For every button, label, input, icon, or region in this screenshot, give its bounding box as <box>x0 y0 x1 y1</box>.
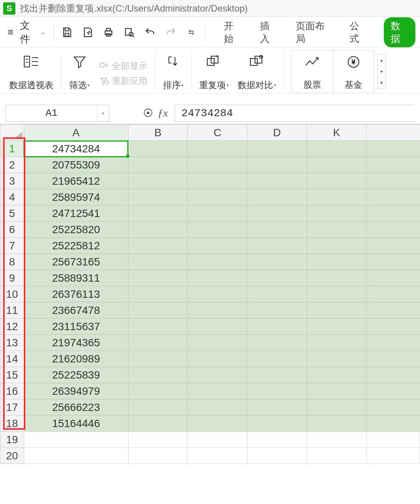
cell-K[interactable] <box>307 302 367 319</box>
cell-D[interactable] <box>247 399 307 416</box>
ribbon-stock[interactable]: 股票 <box>292 50 333 92</box>
cell-B[interactable] <box>128 222 188 238</box>
row-header[interactable]: 15 <box>0 367 24 383</box>
cell-B[interactable] <box>128 270 188 286</box>
row-header[interactable]: 19 <box>0 432 24 448</box>
row-header[interactable]: 17 <box>0 399 24 416</box>
cell-K[interactable] <box>307 205 367 222</box>
cell-K[interactable] <box>307 270 367 286</box>
cell-C[interactable] <box>188 238 247 254</box>
cell-B[interactable] <box>128 302 188 319</box>
cell-K[interactable] <box>307 286 367 302</box>
cell-A[interactable]: 25889311 <box>24 270 128 286</box>
cell-K[interactable] <box>307 141 367 157</box>
cell-C[interactable] <box>188 270 247 286</box>
cell-B[interactable] <box>128 173 188 189</box>
ribbon-fund[interactable]: ¥ 基金 <box>333 50 374 92</box>
row-header[interactable]: 18 <box>0 416 24 432</box>
cell-K[interactable] <box>307 383 367 399</box>
formula-input[interactable]: 24734284 <box>175 105 415 122</box>
row-header[interactable]: 4 <box>0 189 24 205</box>
cell-K[interactable] <box>307 432 367 448</box>
cell-D[interactable] <box>247 205 307 222</box>
cell-K[interactable] <box>307 367 367 383</box>
cell-D[interactable] <box>247 383 307 399</box>
ribbon-pivot[interactable]: 数据透视表 <box>5 50 57 93</box>
cell-C[interactable] <box>188 448 247 464</box>
cell-K[interactable] <box>307 238 367 254</box>
cell-D[interactable] <box>247 432 307 448</box>
cell-C[interactable] <box>188 141 247 157</box>
cell-C[interactable] <box>188 432 247 448</box>
cell-A[interactable]: 21620989 <box>24 351 128 367</box>
save-as-icon[interactable] <box>81 26 94 39</box>
cell-A[interactable]: 26394979 <box>24 383 128 399</box>
row-header[interactable]: 5 <box>0 205 24 222</box>
cell-B[interactable] <box>128 448 188 464</box>
ribbon-sort[interactable]: 排序▾ <box>159 50 187 93</box>
cell-B[interactable] <box>128 141 188 157</box>
cell-B[interactable] <box>128 367 188 383</box>
cell-A[interactable]: 25225839 <box>24 367 128 383</box>
cell-A[interactable]: 25225820 <box>24 222 128 238</box>
cell-D[interactable] <box>247 222 307 238</box>
cell-B[interactable] <box>128 205 188 222</box>
cell-C[interactable] <box>188 416 247 432</box>
cell-D[interactable] <box>247 302 307 319</box>
print-preview-icon[interactable] <box>123 26 136 39</box>
row-header[interactable]: 11 <box>0 302 24 319</box>
select-all-corner[interactable] <box>0 125 24 141</box>
column-header-K[interactable]: K <box>307 125 367 141</box>
ribbon-duplicates[interactable]: 重复项▾ <box>195 50 232 93</box>
cell-D[interactable] <box>247 254 307 270</box>
tab-formula[interactable]: 公式 <box>348 17 369 47</box>
cell-K[interactable] <box>307 157 367 173</box>
cell-A[interactable] <box>24 432 128 448</box>
cell-A[interactable]: 20755309 <box>24 157 128 173</box>
row-header[interactable]: 12 <box>0 319 24 335</box>
cell-C[interactable] <box>188 205 247 222</box>
cell-A[interactable]: 23115637 <box>24 319 128 335</box>
cell-B[interactable] <box>128 335 188 351</box>
cell-B[interactable] <box>128 351 188 367</box>
row-header[interactable]: 8 <box>0 254 24 270</box>
fx-icon[interactable]: ƒx <box>158 107 168 119</box>
chevron-down-icon[interactable]: ▾ <box>97 105 109 121</box>
cell-C[interactable] <box>188 173 247 189</box>
cell-B[interactable] <box>128 416 188 432</box>
cell-D[interactable] <box>247 238 307 254</box>
ribbon-filter[interactable]: 筛选▾ <box>65 50 93 93</box>
cell-C[interactable] <box>188 222 247 238</box>
cell-D[interactable] <box>247 319 307 335</box>
cell-B[interactable] <box>128 432 188 448</box>
cell-B[interactable] <box>128 399 188 416</box>
cell-D[interactable] <box>247 286 307 302</box>
cell-A[interactable]: 25225812 <box>24 238 128 254</box>
cell-B[interactable] <box>128 319 188 335</box>
cell-D[interactable] <box>247 351 307 367</box>
cell-C[interactable] <box>188 335 247 351</box>
cell-D[interactable] <box>247 416 307 432</box>
cell-D[interactable] <box>247 173 307 189</box>
cell-B[interactable] <box>128 383 188 399</box>
tab-insert[interactable]: 插入 <box>258 17 279 47</box>
row-header[interactable]: 6 <box>0 222 24 238</box>
ribbon-scroll-more[interactable]: ▾ <box>378 77 385 88</box>
cell-K[interactable] <box>307 351 367 367</box>
ribbon-reapply[interactable]: 重新应用 <box>99 75 147 87</box>
row-header[interactable]: 9 <box>0 270 24 286</box>
cell-A[interactable]: 24734284 <box>24 141 128 157</box>
tab-data[interactable]: 数据 <box>384 17 415 47</box>
cell-K[interactable] <box>307 173 367 189</box>
name-box[interactable]: A1 ▾ <box>5 105 109 122</box>
cell-B[interactable] <box>128 286 188 302</box>
ribbon-scroll-down[interactable]: ▾ <box>378 66 385 77</box>
cell-K[interactable] <box>307 335 367 351</box>
cell-C[interactable] <box>188 319 247 335</box>
cell-K[interactable] <box>307 416 367 432</box>
cell-K[interactable] <box>307 399 367 416</box>
column-header-D[interactable]: D <box>247 125 307 141</box>
column-header-B[interactable]: B <box>128 125 188 141</box>
qat-more-icon[interactable]: ⇆ <box>185 26 198 39</box>
cell-K[interactable] <box>307 222 367 238</box>
